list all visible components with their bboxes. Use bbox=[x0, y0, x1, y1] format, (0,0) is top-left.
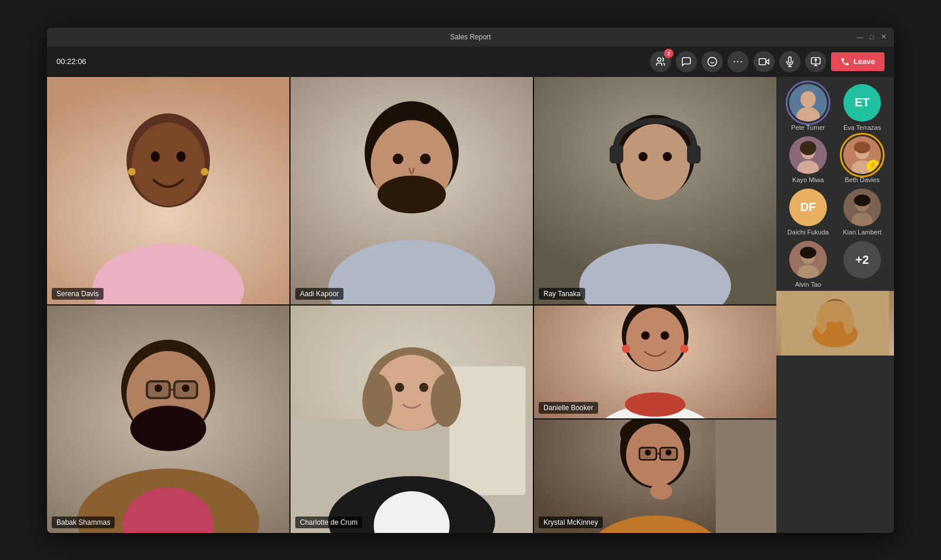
participant-eva[interactable]: ET Eva Terrazas bbox=[839, 84, 886, 132]
video-cell-babak: Babak Shammas bbox=[47, 306, 289, 533]
svg-point-61 bbox=[625, 392, 686, 416]
svg-point-94 bbox=[800, 247, 816, 259]
svg-point-101 bbox=[843, 310, 854, 334]
video-label-charlotte: Charlotte de Crum bbox=[295, 517, 362, 528]
share-button[interactable] bbox=[805, 51, 826, 72]
more-initials: +2 bbox=[856, 253, 869, 267]
video-label-babak: Babak Shammas bbox=[52, 517, 115, 528]
participant-pair-4: Alvin Tao +2 bbox=[776, 239, 894, 291]
svg-rect-28 bbox=[610, 145, 623, 163]
bottom-participant-video[interactable] bbox=[776, 291, 894, 356]
participants-panel: Pete Turner ET Eva Terrazas bbox=[776, 77, 894, 533]
participant-name-kayo: Kayo Miwa bbox=[792, 176, 824, 184]
participant-name-daichi: Daichi Fukuda bbox=[787, 229, 829, 236]
microphone-button[interactable] bbox=[779, 51, 800, 72]
svg-rect-5 bbox=[759, 58, 766, 65]
video-label-aadi: Aadi Kapoor bbox=[295, 288, 343, 300]
daichi-initials: DF bbox=[800, 200, 816, 214]
svg-point-57 bbox=[626, 307, 685, 370]
call-bar: 00:22:06 2 bbox=[47, 46, 894, 77]
video-label-danielle: Danielle Booker bbox=[539, 402, 598, 414]
avatar-eva: ET bbox=[843, 84, 881, 122]
chat-button[interactable] bbox=[676, 51, 697, 72]
svg-point-32 bbox=[663, 152, 672, 160]
call-timer: 00:22:06 bbox=[56, 57, 86, 66]
svg-point-100 bbox=[816, 310, 827, 334]
participant-more[interactable]: +2 bbox=[839, 241, 886, 289]
video-cell-krystal: Krystal McKinney bbox=[534, 420, 776, 533]
svg-point-42 bbox=[155, 384, 162, 392]
participant-name-beth: Beth Davies bbox=[845, 176, 879, 184]
participant-pair-2: Kayo Miwa ✋ Beth Davies bbox=[776, 134, 894, 186]
video-cell-aadi: Aadi Kapoor bbox=[291, 77, 533, 304]
svg-point-90 bbox=[854, 195, 870, 206]
svg-point-73 bbox=[645, 450, 650, 455]
avatar-alvin bbox=[789, 241, 827, 279]
svg-rect-29 bbox=[687, 145, 700, 163]
participant-pair-1: Pete Turner ET Eva Terrazas bbox=[776, 82, 894, 134]
app-window: Sales Report — □ ✕ 00:22:06 2 bbox=[47, 28, 894, 533]
video-grid: Serena Davis bbox=[47, 77, 776, 533]
participants-button[interactable]: 2 bbox=[650, 51, 671, 72]
main-content: Serena Davis bbox=[47, 77, 894, 533]
svg-point-31 bbox=[639, 152, 648, 160]
participant-name-eva: Eva Terrazas bbox=[843, 124, 881, 132]
svg-point-16 bbox=[128, 167, 136, 175]
video-label-serena: Serena Davis bbox=[52, 288, 104, 300]
video-cell-danielle: Danielle Booker bbox=[534, 306, 776, 419]
right-column: Danielle Booker bbox=[534, 306, 776, 533]
svg-point-27 bbox=[620, 123, 690, 199]
svg-point-13 bbox=[132, 122, 205, 206]
svg-point-14 bbox=[151, 151, 159, 162]
camera-button[interactable] bbox=[753, 51, 775, 72]
svg-marker-4 bbox=[766, 59, 769, 64]
close-button[interactable]: ✕ bbox=[880, 33, 887, 41]
participant-beth[interactable]: ✋ Beth Davies bbox=[839, 136, 886, 184]
participant-daichi[interactable]: DF Daichi Fukuda bbox=[785, 189, 832, 236]
svg-point-17 bbox=[201, 167, 208, 175]
participant-name-alvin: Alvin Tao bbox=[795, 281, 821, 289]
svg-point-74 bbox=[666, 450, 672, 455]
svg-point-49 bbox=[362, 374, 393, 427]
svg-point-21 bbox=[378, 175, 446, 213]
video-cell-charlotte: Charlotte de Crum bbox=[291, 306, 533, 533]
svg-point-15 bbox=[176, 151, 185, 162]
maximize-button[interactable]: □ bbox=[868, 33, 875, 41]
video-cell-ray: Ray Tanaka bbox=[534, 77, 776, 304]
svg-point-43 bbox=[182, 384, 189, 392]
participant-pete[interactable]: Pete Turner bbox=[785, 84, 832, 132]
avatar-daichi: DF bbox=[789, 189, 827, 226]
participant-kayo[interactable]: Kayo Miwa bbox=[785, 136, 832, 184]
leave-label: Leave bbox=[853, 57, 875, 66]
svg-point-59 bbox=[680, 344, 688, 353]
participant-kian[interactable]: Kian Lambert bbox=[839, 189, 886, 236]
reactions-button[interactable] bbox=[702, 51, 723, 72]
participants-badge: 2 bbox=[664, 49, 673, 58]
hand-raise-indicator: ✋ bbox=[867, 160, 880, 173]
svg-point-86 bbox=[854, 142, 870, 153]
svg-point-77 bbox=[800, 91, 816, 108]
svg-point-54 bbox=[419, 383, 428, 391]
title-bar: Sales Report — □ ✕ bbox=[47, 28, 894, 46]
svg-point-75 bbox=[650, 483, 672, 500]
svg-point-24 bbox=[420, 153, 431, 164]
participant-alvin[interactable]: Alvin Tao bbox=[785, 241, 832, 289]
svg-point-36 bbox=[131, 405, 206, 451]
participant-name-kian: Kian Lambert bbox=[843, 229, 881, 236]
video-label-krystal: Krystal McKinney bbox=[539, 517, 603, 528]
avatar-kayo bbox=[789, 136, 827, 174]
svg-point-50 bbox=[431, 374, 461, 427]
svg-rect-65 bbox=[716, 420, 776, 533]
title-bar-controls: — □ ✕ bbox=[856, 33, 887, 41]
leave-button[interactable]: Leave bbox=[831, 52, 885, 71]
svg-point-82 bbox=[800, 141, 816, 155]
video-label-ray: Ray Tanaka bbox=[539, 288, 585, 300]
participant-pair-3: DF Daichi Fukuda Kian Lambert bbox=[776, 186, 894, 239]
eva-initials: ET bbox=[855, 96, 870, 109]
svg-point-58 bbox=[622, 344, 630, 353]
more-button[interactable]: ··· bbox=[728, 51, 749, 72]
svg-point-62 bbox=[641, 331, 649, 339]
svg-rect-46 bbox=[450, 366, 526, 495]
window-title: Sales Report bbox=[450, 33, 490, 41]
minimize-button[interactable]: — bbox=[856, 33, 863, 41]
